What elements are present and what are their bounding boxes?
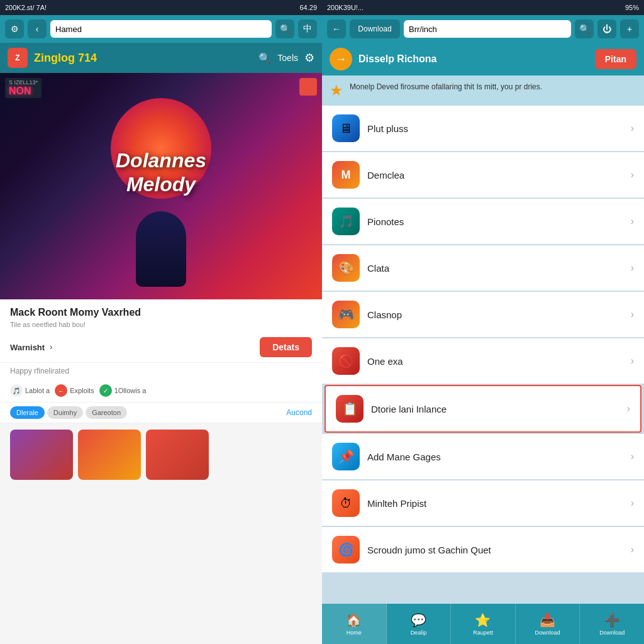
right-header: → Disselp Richona Pitan [322,43,644,75]
hero-title: DolannesMelody [67,148,255,197]
menu-chevron-demclea: › [631,169,634,180]
hero-image: DolannesMelody S IZELL13* NON [0,73,322,299]
nav-download-2[interactable]: ➕ Download [580,604,644,644]
right-address-input[interactable] [404,20,571,38]
menu-icon-clata: 🎨 [332,254,360,282]
back-button[interactable]: ‹ [28,19,47,38]
tab-aucond[interactable]: Aucond [286,408,312,417]
menu-list: 🖥 Plut pluss › M Demclea › 🎵 Pionotes › … [322,106,644,604]
pill-follows-label: 1Ollowis a [114,387,147,394]
menu-chevron-pionotes: › [631,216,634,227]
dealip-icon: 💬 [411,613,426,628]
menu-item-one-exa[interactable]: 🚫 One exa › [322,338,644,384]
star-icon: ★ [330,82,343,99]
menu-chevron-plut-pluss: › [631,123,634,134]
right-back-button[interactable]: ← [327,19,346,38]
right-browser-bar: ← Download 🔍 ⏻ + [322,15,644,43]
menu-label-clasnop: Clasnop [367,309,631,320]
neon-main: NON [9,86,38,97]
menu-item-pionotes[interactable]: 🎵 Pionotes › [322,199,644,244]
menu-label-scroudn: Scroudn jumo st Gachin Quet [367,545,631,555]
nav-dealip[interactable]: 💬 Dealip [387,604,452,644]
right-search-button[interactable]: 🔍 [575,19,594,38]
menu-icon-add-mane: 📌 [332,443,360,470]
nav-download-1[interactable]: 📥 Download [516,604,580,644]
pill-follows-icon: ✓ [99,384,112,397]
detats-button[interactable]: Detats [260,337,312,357]
thumbnails-row [0,423,322,486]
pill-exploits-icon: ← [55,384,67,397]
pill-lablot: 🎵 Lablot a [10,384,50,397]
nav-download-2-label: Download [599,630,625,636]
menu-icon-clasnop: 🎮 [332,301,360,328]
menu-item-add-mane[interactable]: 📌 Add Mane Gages › [322,434,644,479]
home-icon: 🏠 [346,613,362,628]
pills-row: 🎵 Lablot a ← Exploits ✓ 1Ollowis a [0,379,322,402]
menu-item-plut-pluss[interactable]: 🖥 Plut pluss › [322,106,644,151]
pill-exploits-label: Exploits [70,387,94,394]
thumbnail-2[interactable] [78,430,141,480]
menu-label-plut-pluss: Plut pluss [367,123,631,134]
menu-chevron-dtorie: › [627,403,630,414]
left-address-input[interactable] [50,20,272,38]
menu-label-add-mane: Add Mane Gages [367,452,631,462]
bottom-nav: 🏠 Home 💬 Dealip ⭐ Raupett 📥 Download ➕ D… [322,604,644,644]
tab-duimhy[interactable]: Duimhy [47,406,83,419]
menu-label-dtorie: Dtorie lani Inlance [371,404,627,414]
download-1-icon: 📥 [540,613,555,628]
menu-item-clata[interactable]: 🎨 Clata › [322,245,644,291]
left-panel: 200K2.st/ 7A! 64.29 ⚙ ‹ 🔍 中 Z Zinglog 71… [0,0,322,644]
pitan-button[interactable]: Pitan [595,49,636,69]
right-power-button[interactable]: ⏻ [597,19,616,38]
pill-follows: ✓ 1Ollowis a [99,384,147,397]
nav-raupett[interactable]: ⭐ Raupett [451,604,516,644]
menu-icon-minlteh: ⏱ [332,489,360,517]
raupett-icon: ⭐ [475,613,491,628]
left-search-button[interactable]: 🔍 [275,19,294,38]
menu-chevron-clasnop: › [631,309,634,320]
settings-button[interactable]: ⚙ [5,19,24,38]
menu-icon-pionotes: 🎵 [332,208,360,235]
warnisht-label: Warnisht [10,343,45,352]
menu-icon-plut-pluss: 🖥 [332,114,360,142]
menu-chevron-scroudn: › [631,544,634,555]
header-search-button[interactable]: 🔍 [258,52,271,64]
header-tools-label: Toels [277,53,298,63]
promo-text: Monelp Deved firosume ofallaring thit Is… [350,82,542,92]
left-content: Mack Roont Momy Vaxrhed Tile as neetfied… [0,299,322,644]
nav-home-label: Home [347,630,362,636]
right-header-title: Disselp Richona [358,53,589,65]
menu-label-clata: Clata [367,263,631,274]
pill-exploits: ← Exploits [55,384,94,397]
header-gear-icon[interactable]: ⚙ [304,51,314,65]
app-title: Zinglog 714 [34,52,252,65]
menu-chevron-add-mane: › [631,451,634,462]
menu-item-dtorie[interactable]: 📋 Dtorie lani Inlance › [325,385,641,433]
tab-gareoton[interactable]: Gareoton [86,406,127,419]
menu-label-pionotes: Pionotes [367,216,631,227]
menu-item-minlteh[interactable]: ⏱ Minlteh Pripist › [322,480,644,526]
right-content: → Disselp Richona Pitan ★ Monelp Deved f… [322,43,644,644]
left-extra-button[interactable]: 中 [298,19,317,38]
promo-banner: ★ Monelp Deved firosume ofallaring thit … [322,75,644,106]
menu-item-clasnop[interactable]: 🎮 Clasnop › [322,292,644,337]
menu-chevron-clata: › [631,262,634,274]
thumbnail-3[interactable] [146,430,209,480]
left-status-left: 200K2.st/ 7A! [5,4,47,11]
menu-item-scroudn[interactable]: 🌀 Scroudn jumo st Gachin Quet › [322,527,644,572]
menu-icon-scroudn: 🌀 [332,536,360,564]
right-download-label-button[interactable]: Download [350,19,400,38]
right-plus-button[interactable]: + [620,19,639,38]
left-app-header: Z Zinglog 714 🔍 Toels ⚙ [0,43,322,73]
menu-chevron-one-exa: › [631,355,634,367]
right-status-left: 200K39U!... [327,4,364,11]
nav-raupett-label: Raupett [473,630,493,636]
tab-dlerale[interactable]: Dlerale [10,406,45,419]
nav-home[interactable]: 🏠 Home [322,604,387,644]
thumbnail-1[interactable] [10,430,73,480]
left-status-right: 64.29 [299,4,317,11]
menu-item-demclea[interactable]: M Demclea › [322,152,644,197]
right-panel: 200K39U!... 95% ← Download 🔍 ⏻ + → Disse… [322,0,644,644]
download-2-icon: ➕ [604,613,620,628]
hero-figure [136,211,186,287]
